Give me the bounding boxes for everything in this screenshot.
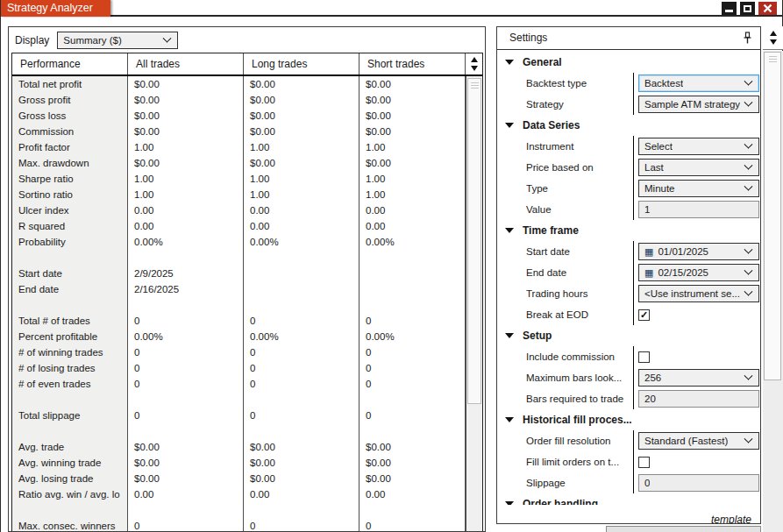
section-header[interactable]: Time frame [497, 220, 760, 241]
column-header-all-trades[interactable]: All trades [127, 53, 243, 74]
text-input[interactable]: 20 [638, 390, 759, 408]
setting-control-cell: 1 [633, 199, 760, 220]
row-value [127, 502, 243, 518]
close-button[interactable] [758, 2, 777, 15]
table-scrollbar-thumb[interactable] [467, 78, 481, 404]
dropdown[interactable]: Standard (Fastest) [638, 432, 759, 450]
close-icon [763, 4, 772, 13]
row-value: 0.00 [359, 218, 465, 234]
section-header[interactable]: General [497, 52, 760, 73]
table-row[interactable]: Max. consec. winners000 [12, 518, 482, 532]
settings-row: Trading hours<Use instrument se... [497, 283, 760, 304]
collapse-arrow-icon[interactable] [505, 123, 514, 128]
checkbox-unchecked[interactable] [638, 351, 650, 363]
dropdown[interactable]: <Use instrument se... [638, 285, 759, 302]
table-row[interactable]: Avg. trade$0.00$0.00$0.00 [12, 439, 482, 455]
table-row[interactable]: Avg. losing trade$0.00$0.00$0.00 [12, 471, 482, 486]
table-row[interactable]: Max. drawdown$0.00$0.00$0.00 [12, 155, 482, 171]
row-label: Commission [12, 124, 127, 139]
settings-scrollbar[interactable] [763, 51, 783, 532]
table-row[interactable]: # of even trades000 [12, 376, 482, 392]
table-row[interactable]: Total net profit$0.00$0.00$0.00 [12, 76, 482, 92]
dropdown-value: Sample ATM strategy [644, 99, 740, 110]
table-row[interactable]: Avg. winning trade$0.00$0.00$0.00 [12, 455, 482, 471]
table-row[interactable]: Probability0.00%0.00%0.00% [12, 234, 482, 250]
row-value: $0.00 [127, 155, 243, 171]
table-row[interactable]: # of losing trades000 [12, 360, 482, 376]
table-row[interactable]: Ratio avg. win / avg. lo0.000.000.00 [12, 486, 482, 502]
row-label: End date [12, 281, 127, 297]
setting-control-cell: ▦01/01/2025 [633, 241, 760, 262]
collapse-arrow-icon[interactable] [505, 60, 514, 65]
date-dropdown[interactable]: ▦02/15/2025 [638, 264, 759, 281]
text-input[interactable]: 1 [638, 201, 759, 218]
table-row[interactable]: R squared0.000.000.00 [12, 218, 482, 234]
table-row[interactable] [12, 423, 482, 439]
dropdown[interactable]: 256 [638, 369, 759, 387]
table-row[interactable]: # of winning trades000 [12, 344, 482, 360]
dropdown[interactable]: Backtest [638, 74, 759, 92]
template-link[interactable]: template [711, 514, 751, 524]
settings-body: GeneralBacktest typeBacktestStrategySamp… [497, 50, 760, 505]
table-row[interactable]: Gross loss$0.00$0.00$0.00 [12, 108, 482, 124]
row-value: 0 [243, 360, 359, 376]
display-dropdown[interactable]: Summary ($) [57, 32, 178, 49]
window-title-tab[interactable]: Strategy Analyzer [1, 0, 110, 17]
table-row[interactable] [12, 250, 482, 266]
table-row[interactable] [12, 392, 482, 408]
row-value: $0.00 [127, 76, 243, 92]
table-row[interactable]: Start date2/9/2025 [12, 266, 482, 281]
table-row[interactable] [12, 297, 482, 313]
collapse-arrow-icon[interactable] [505, 417, 514, 422]
dropdown[interactable]: Minute [638, 180, 759, 197]
section-label: Setup [523, 330, 552, 342]
minimize-button[interactable] [722, 2, 737, 15]
table-row[interactable]: Total slippage000 [12, 408, 482, 423]
scroll-up-icon[interactable] [770, 31, 777, 36]
text-input[interactable]: 0 [638, 474, 759, 492]
settings-scrollbar-thumb[interactable] [764, 52, 781, 380]
calendar-icon: ▦ [644, 247, 653, 257]
scroll-down-icon[interactable] [471, 66, 478, 71]
table-row[interactable]: Gross profit$0.00$0.00$0.00 [12, 92, 482, 108]
row-value: 0.00 [243, 486, 359, 502]
column-header-short-trades[interactable]: Short trades [359, 53, 465, 74]
table-scrollbar[interactable] [466, 76, 482, 532]
settings-scroll-strip [763, 26, 783, 532]
column-header-long-trades[interactable]: Long trades [243, 53, 359, 74]
maximize-button[interactable] [740, 2, 755, 15]
row-value [243, 502, 359, 518]
collapse-arrow-icon[interactable] [505, 228, 514, 233]
table-row[interactable]: Profit factor1.001.001.00 [12, 139, 482, 155]
date-dropdown[interactable]: ▦01/01/2025 [638, 243, 759, 260]
row-value [359, 297, 465, 313]
pin-icon[interactable] [742, 32, 753, 45]
settings-row: TypeMinute [497, 178, 760, 199]
section-header[interactable]: Historical fill proces... [497, 409, 760, 430]
table-row[interactable]: Sharpe ratio1.001.001.00 [12, 171, 482, 187]
table-row[interactable]: Total # of trades000 [12, 313, 482, 329]
dropdown[interactable]: Last [638, 159, 759, 176]
section-header[interactable]: Order handling [497, 493, 760, 505]
table-row[interactable] [12, 502, 482, 518]
section-header[interactable]: Data Series [497, 115, 760, 136]
table-row[interactable]: Sortino ratio1.001.001.00 [12, 187, 482, 202]
scroll-down-icon[interactable] [770, 39, 777, 45]
collapse-arrow-icon[interactable] [505, 333, 514, 338]
column-header-performance[interactable]: Performance [12, 53, 127, 74]
bottom-partial-button[interactable] [606, 526, 761, 532]
table-row[interactable]: Percent profitable0.00%0.00%0.00% [12, 329, 482, 344]
checkbox-checked[interactable]: ✓ [638, 309, 650, 321]
table-row[interactable]: Ulcer index0.000.000.00 [12, 202, 482, 218]
settings-row: Fill limit orders on t... [497, 451, 760, 472]
checkbox-unchecked[interactable] [638, 457, 650, 468]
dropdown[interactable]: Select [638, 138, 759, 155]
table-row[interactable]: End date2/16/2025 [12, 281, 482, 297]
section-header[interactable]: Setup [497, 325, 760, 346]
row-value: $0.00 [127, 92, 243, 108]
collapse-arrow-icon[interactable] [505, 501, 514, 505]
table-row[interactable]: Commission$0.00$0.00$0.00 [12, 124, 482, 139]
dropdown[interactable]: Sample ATM strategy [638, 96, 759, 113]
row-label [12, 250, 127, 266]
scroll-up-icon[interactable] [471, 57, 478, 62]
